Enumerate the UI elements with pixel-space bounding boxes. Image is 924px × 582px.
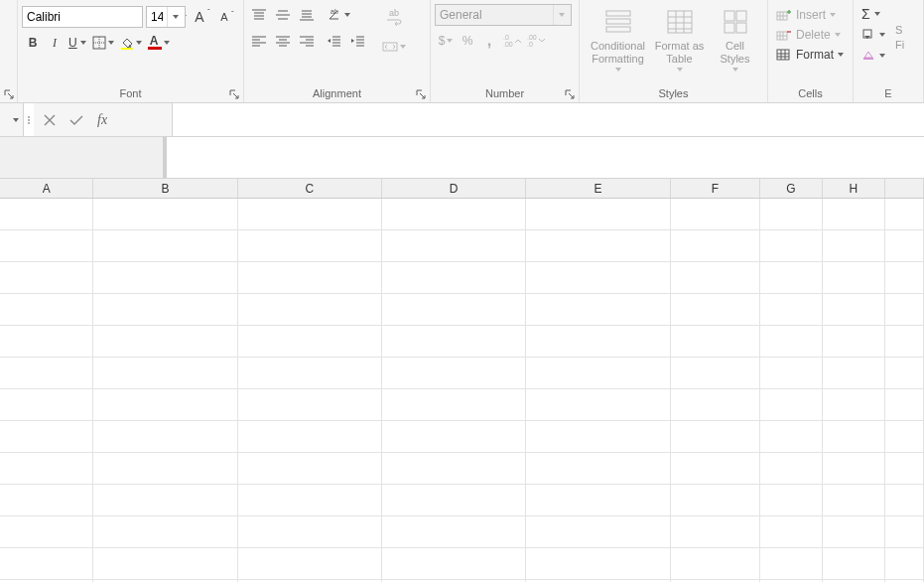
cell[interactable]	[885, 294, 924, 326]
cell[interactable]	[885, 389, 924, 421]
cell[interactable]	[526, 453, 670, 485]
insert-button[interactable]: Insert	[772, 5, 840, 25]
cell[interactable]	[0, 262, 93, 294]
cell[interactable]	[526, 516, 670, 548]
cell[interactable]	[93, 485, 237, 516]
cell[interactable]	[885, 262, 924, 294]
align-center-button[interactable]	[272, 30, 294, 52]
cell[interactable]	[671, 453, 760, 485]
percent-button[interactable]: %	[457, 30, 478, 52]
cell[interactable]	[238, 326, 382, 358]
cell[interactable]	[526, 485, 670, 516]
cell[interactable]	[382, 453, 526, 485]
cell[interactable]	[382, 262, 526, 294]
cell[interactable]	[238, 358, 382, 389]
number-dialog-launcher[interactable]	[564, 88, 576, 100]
enter-icon[interactable]	[69, 114, 83, 126]
cell[interactable]	[382, 485, 526, 516]
cell[interactable]	[382, 548, 526, 580]
cell[interactable]	[671, 516, 760, 548]
cell[interactable]	[823, 548, 885, 580]
column-header[interactable]: H	[823, 179, 885, 198]
cell[interactable]	[760, 230, 823, 262]
column-headers[interactable]: ABCDEFGH	[0, 179, 924, 199]
cell[interactable]	[671, 358, 760, 389]
cell[interactable]	[671, 389, 760, 421]
font-name-combo[interactable]	[22, 6, 143, 28]
cell[interactable]	[760, 358, 823, 389]
cell[interactable]	[823, 485, 885, 516]
cell[interactable]	[885, 230, 924, 262]
cell[interactable]	[823, 294, 885, 326]
cell[interactable]	[0, 199, 93, 230]
decrease-indent-button[interactable]	[324, 30, 345, 52]
cell[interactable]	[238, 516, 382, 548]
cell[interactable]	[0, 548, 93, 580]
cell-styles-button[interactable]: Cell Styles	[712, 4, 759, 72]
cell[interactable]	[382, 421, 526, 453]
cell[interactable]	[526, 548, 670, 580]
cell[interactable]	[0, 326, 93, 358]
column-header[interactable]: A	[0, 179, 93, 198]
column-header[interactable]: C	[238, 179, 382, 198]
cell[interactable]	[93, 230, 237, 262]
cell[interactable]	[823, 516, 885, 548]
column-header[interactable]: B	[93, 179, 237, 198]
cell[interactable]	[238, 262, 382, 294]
cell[interactable]	[823, 230, 885, 262]
align-right-button[interactable]	[296, 30, 318, 52]
cell[interactable]	[671, 230, 760, 262]
cell[interactable]	[93, 453, 237, 485]
format-button[interactable]: Format	[772, 45, 848, 65]
cell[interactable]	[823, 262, 885, 294]
grow-font-button[interactable]: Aˆ	[189, 6, 210, 28]
alignment-dialog-launcher[interactable]	[415, 88, 427, 100]
cell[interactable]	[885, 453, 924, 485]
cell[interactable]	[760, 421, 823, 453]
cell[interactable]	[760, 485, 823, 516]
cell[interactable]	[382, 358, 526, 389]
cell[interactable]	[671, 199, 760, 230]
cell[interactable]	[885, 485, 924, 516]
cell[interactable]	[238, 421, 382, 453]
fill-button[interactable]	[858, 25, 889, 45]
cell[interactable]	[93, 421, 237, 453]
cell[interactable]	[885, 421, 924, 453]
cell[interactable]	[238, 548, 382, 580]
conditional-formatting-button[interactable]: Conditional Formatting	[589, 4, 648, 72]
cell[interactable]	[238, 294, 382, 326]
cell[interactable]	[885, 548, 924, 580]
font-color-button[interactable]: A	[145, 32, 173, 54]
cell[interactable]	[671, 548, 760, 580]
cell[interactable]	[671, 421, 760, 453]
cell[interactable]	[93, 516, 237, 548]
align-left-button[interactable]	[248, 30, 270, 52]
cell[interactable]	[823, 389, 885, 421]
cell[interactable]	[526, 326, 670, 358]
formula-input[interactable]	[173, 103, 924, 136]
cell[interactable]	[526, 358, 670, 389]
cell[interactable]	[0, 389, 93, 421]
cell[interactable]	[823, 326, 885, 358]
spreadsheet-grid[interactable]: ABCDEFGH	[0, 179, 924, 582]
grid-rows[interactable]	[0, 199, 924, 582]
shrink-font-button[interactable]: Aˇ	[213, 6, 235, 28]
cell[interactable]	[526, 421, 670, 453]
cancel-icon[interactable]	[44, 114, 56, 126]
cell[interactable]	[526, 230, 670, 262]
cell[interactable]	[382, 294, 526, 326]
cell[interactable]	[671, 294, 760, 326]
font-size-input[interactable]	[147, 10, 167, 24]
cell[interactable]	[93, 294, 237, 326]
cell[interactable]	[238, 389, 382, 421]
merge-center-button[interactable]	[379, 36, 409, 58]
cell[interactable]	[0, 421, 93, 453]
wrap-text-button[interactable]: ab	[379, 4, 409, 32]
name-box-dropdown[interactable]	[0, 103, 24, 136]
cell[interactable]	[760, 453, 823, 485]
cell[interactable]	[760, 326, 823, 358]
format-as-table-button[interactable]: Format as Table	[650, 4, 710, 72]
cell[interactable]	[885, 199, 924, 230]
formula-bar-grip[interactable]	[24, 116, 34, 124]
cell[interactable]	[0, 453, 93, 485]
